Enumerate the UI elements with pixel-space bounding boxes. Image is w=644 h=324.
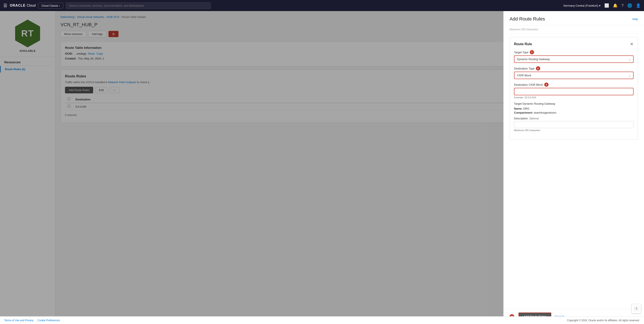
bell-icon[interactable]: 🔔: [613, 3, 618, 8]
svg-text:?: ?: [636, 307, 637, 310]
target-drg-section: Target Dynamic Routing Gateway Name: DRG…: [514, 102, 634, 114]
hamburger-icon[interactable]: ☰: [4, 3, 7, 8]
side-panel-body: Maximum 255 characters Route Rule ✕ Targ…: [504, 25, 644, 309]
top-nav: ☰ ORACLE Cloud Cloud Classic › Germany C…: [0, 0, 644, 11]
search-input[interactable]: [66, 2, 211, 9]
side-panel-help-link[interactable]: Help: [632, 18, 638, 21]
destination-type-select[interactable]: CIDR Block: [514, 72, 634, 79]
region-selector[interactable]: Germany Central (Frankfurt) ▾: [564, 4, 600, 7]
cloud-shell-icon[interactable]: ⬜: [604, 3, 609, 8]
terms-link[interactable]: Terms of Use and Privacy: [4, 319, 34, 322]
target-type-select[interactable]: Dynamic Routing Gateway: [514, 56, 634, 63]
destination-cidr-hint: Example: 10.0.0.0/24: [514, 96, 634, 99]
destination-type-group: Destination Type 2 CIDR Block: [514, 66, 634, 79]
target-drg-name-row: Name: DRG: [514, 107, 634, 110]
route-rule-card-header: Route Rule ✕: [514, 42, 634, 47]
description-input[interactable]: [514, 121, 634, 128]
chevron-down-icon: ▾: [599, 4, 600, 7]
description-optional: Optional: [529, 117, 539, 120]
user-icon[interactable]: 👤: [636, 3, 640, 8]
target-type-group: Target Type 1 Dynamic Routing Gateway: [514, 50, 634, 63]
destination-cidr-group: Destination CIDR Block 3 172.16.3.0/24 E…: [514, 82, 634, 99]
target-drg-name-label: Name:: [514, 107, 522, 110]
target-type-select-wrapper: Dynamic Routing Gateway: [514, 56, 634, 63]
route-rule-card: Route Rule ✕ Target Type 1 Dynamic Routi…: [510, 37, 638, 140]
side-panel: Add Route Rules Help Maximum 255 charact…: [503, 11, 644, 324]
target-drg-name-value: DRG: [523, 107, 529, 110]
destination-type-select-wrapper: CIDR Block: [514, 72, 634, 79]
side-panel-header: Add Route Rules Help: [504, 11, 644, 25]
target-drg-compartment-row: Compartment: IwanHoogendoorn: [514, 111, 634, 114]
description-max-hint: Maximum 255 characters: [514, 129, 634, 132]
bottom-bar: Terms of Use and Privacy Cookie Preferen…: [0, 316, 644, 324]
step-2-badge: 2: [536, 66, 540, 70]
close-rule-button[interactable]: ✕: [630, 42, 634, 47]
destination-cidr-label: Destination CIDR Block 3: [514, 82, 634, 87]
target-type-label: Target Type 1: [514, 50, 634, 54]
cloud-classic-button[interactable]: Cloud Classic ›: [38, 3, 63, 8]
help-widget[interactable]: ?: [632, 304, 641, 313]
oracle-logo: ORACLE Cloud: [10, 4, 36, 8]
side-panel-title: Add Route Rules: [510, 16, 545, 22]
description-label: Description Optional: [514, 117, 634, 120]
cookie-link[interactable]: Cookie Preferences: [38, 319, 60, 322]
nav-icons: ⬜ 🔔 ? 🌐 👤: [604, 3, 640, 8]
globe-icon[interactable]: 🌐: [628, 3, 632, 8]
help-widget-icon: ?: [633, 306, 639, 312]
bottom-bar-left: Terms of Use and Privacy Cookie Preferen…: [4, 319, 63, 322]
scrolled-off-area: Maximum 255 characters: [510, 25, 638, 34]
target-drg-compartment-label: Compartment:: [514, 111, 533, 114]
destination-type-label: Destination Type 2: [514, 66, 634, 70]
step-3-badge: 3: [544, 82, 548, 87]
destination-cidr-input[interactable]: 172.16.3.0/24: [514, 88, 634, 95]
target-drg-compartment-value: IwanHoogendoorn: [534, 111, 556, 114]
step-1-badge: 1: [530, 50, 534, 54]
nav-right: Germany Central (Frankfurt) ▾ ⬜ 🔔 ? 🌐 👤: [564, 3, 640, 8]
help-icon[interactable]: ?: [622, 4, 624, 8]
description-group: Description Optional Maximum 255 charact…: [514, 117, 634, 132]
copyright-text: Copyright © 2024, Oracle and/or its affi…: [567, 319, 640, 322]
route-rule-card-title: Route Rule: [514, 42, 532, 46]
target-drg-label: Target Dynamic Routing Gateway: [514, 102, 634, 105]
